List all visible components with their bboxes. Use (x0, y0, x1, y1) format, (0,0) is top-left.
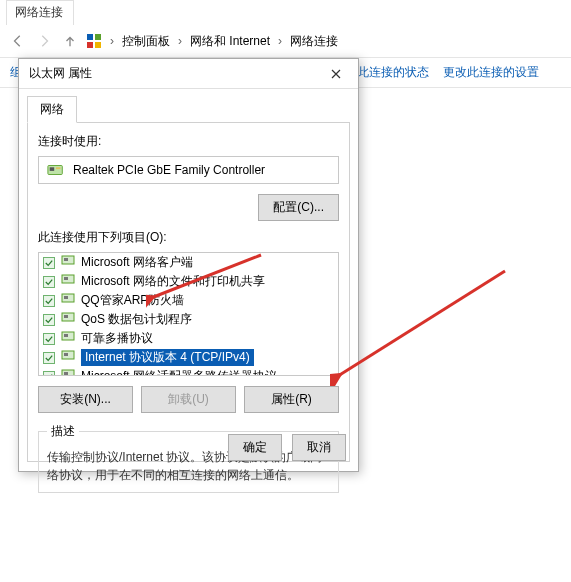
checkbox-icon[interactable] (43, 257, 55, 269)
protocol-icon (61, 331, 75, 346)
svg-rect-5 (50, 167, 55, 171)
chevron-right-icon: › (276, 34, 284, 48)
control-panel-icon (86, 33, 102, 49)
protocol-icon (61, 312, 75, 327)
protocol-label: 可靠多播协议 (81, 330, 153, 347)
nic-icon (47, 163, 65, 177)
checkbox-icon[interactable] (43, 371, 55, 377)
ok-button[interactable]: 确定 (228, 434, 282, 461)
svg-rect-16 (64, 334, 68, 337)
window-tab[interactable]: 网络连接 (6, 0, 74, 25)
close-icon (331, 69, 341, 79)
protocol-icon (61, 369, 75, 376)
svg-rect-10 (64, 277, 68, 280)
protocol-icon (61, 274, 75, 289)
svg-line-24 (338, 271, 505, 376)
svg-rect-2 (87, 42, 93, 48)
svg-rect-8 (64, 258, 68, 261)
tab-network[interactable]: 网络 (27, 96, 77, 123)
checkbox-icon[interactable] (43, 314, 55, 326)
svg-rect-20 (64, 372, 68, 375)
protocol-label: Internet 协议版本 4 (TCP/IPv4) (81, 349, 254, 366)
protocol-item[interactable]: QoS 数据包计划程序 (39, 310, 338, 329)
svg-rect-1 (95, 34, 101, 40)
chevron-right-icon: › (176, 34, 184, 48)
checkbox-icon[interactable] (43, 276, 55, 288)
chevron-right-icon: › (108, 34, 116, 48)
close-button[interactable] (314, 59, 358, 89)
cancel-button[interactable]: 取消 (292, 434, 346, 461)
ethernet-properties-dialog: 以太网 属性 网络 连接时使用: Realtek PCIe GbE Family… (18, 58, 359, 472)
toolbar-change[interactable]: 更改此连接的设置 (443, 64, 539, 81)
protocol-item[interactable]: Internet 协议版本 4 (TCP/IPv4) (39, 348, 338, 367)
breadcrumb-item[interactable]: 网络和 Internet (190, 33, 270, 50)
tab-panel: 连接时使用: Realtek PCIe GbE Family Controlle… (27, 122, 350, 462)
properties-button[interactable]: 属性(R) (244, 386, 339, 413)
protocol-label: QQ管家ARP防火墙 (81, 292, 184, 309)
svg-rect-6 (56, 167, 61, 169)
install-button[interactable]: 安装(N)... (38, 386, 133, 413)
protocol-label: Microsoft 网络的文件和打印机共享 (81, 273, 265, 290)
svg-rect-0 (87, 34, 93, 40)
svg-rect-3 (95, 42, 101, 48)
protocol-item[interactable]: QQ管家ARP防火墙 (39, 291, 338, 310)
svg-rect-12 (64, 296, 68, 299)
up-arrow-icon[interactable] (60, 31, 80, 51)
adapter-name: Realtek PCIe GbE Family Controller (73, 163, 265, 177)
protocol-label: Microsoft 网络适配器多路传送器协议 (81, 368, 277, 376)
protocol-label: QoS 数据包计划程序 (81, 311, 192, 328)
svg-rect-14 (64, 315, 68, 318)
description-legend: 描述 (47, 423, 79, 440)
protocol-item[interactable]: Microsoft 网络客户端 (39, 253, 338, 272)
protocol-item[interactable]: 可靠多播协议 (39, 329, 338, 348)
adapter-field: Realtek PCIe GbE Family Controller (38, 156, 339, 184)
protocol-list[interactable]: Microsoft 网络客户端Microsoft 网络的文件和打印机共享QQ管家… (38, 252, 339, 376)
uninstall-button[interactable]: 卸载(U) (141, 386, 236, 413)
protocol-item[interactable]: Microsoft 网络的文件和打印机共享 (39, 272, 338, 291)
dialog-title: 以太网 属性 (29, 65, 92, 82)
protocol-label: Microsoft 网络客户端 (81, 254, 193, 271)
checkbox-icon[interactable] (43, 333, 55, 345)
connect-using-label: 连接时使用: (38, 133, 339, 150)
protocol-icon (61, 350, 75, 365)
configure-button[interactable]: 配置(C)... (258, 194, 339, 221)
checkbox-icon[interactable] (43, 352, 55, 364)
protocol-item[interactable]: Microsoft 网络适配器多路传送器协议 (39, 367, 338, 376)
back-arrow-icon[interactable] (8, 31, 28, 51)
protocol-icon (61, 293, 75, 308)
uses-items-label: 此连接使用下列项目(O): (38, 229, 339, 246)
titlebar: 以太网 属性 (19, 59, 358, 89)
protocol-icon (61, 255, 75, 270)
address-bar: › 控制面板 › 网络和 Internet › 网络连接 (0, 25, 571, 58)
breadcrumb-item[interactable]: 控制面板 (122, 33, 170, 50)
svg-rect-18 (64, 353, 68, 356)
forward-arrow-icon[interactable] (34, 31, 54, 51)
tabs: 网络 (19, 89, 358, 122)
checkbox-icon[interactable] (43, 295, 55, 307)
breadcrumb-item[interactable]: 网络连接 (290, 33, 338, 50)
